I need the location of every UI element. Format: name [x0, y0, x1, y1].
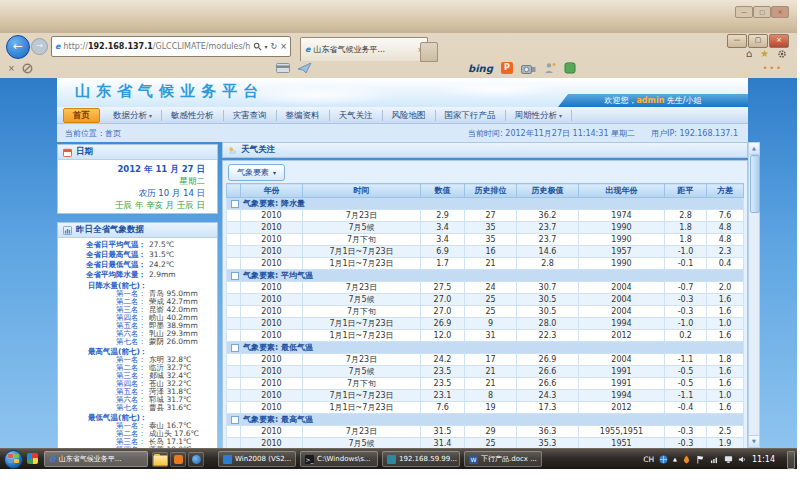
vertical-scrollbar[interactable]: ▲ ▼: [748, 142, 760, 448]
clock[interactable]: 11:14: [752, 455, 775, 464]
group-checkbox[interactable]: [231, 344, 239, 352]
table-cell: -0.5: [665, 378, 707, 390]
current-time: 当前时间: 2012年11月27日 11:14:31 星期二: [468, 128, 635, 139]
table-cell: 2.3: [707, 246, 744, 258]
table-cell: 1991: [579, 378, 665, 390]
bing-badge-icon[interactable]: P: [501, 62, 513, 74]
nav-item[interactable]: 风险地图: [383, 110, 436, 121]
scroll-up-icon[interactable]: ▲: [749, 143, 759, 155]
group-checkbox[interactable]: [231, 272, 239, 280]
page-title: 山东省气候业务平台: [75, 82, 264, 101]
table-cell: 1990: [579, 234, 665, 246]
nav-item[interactable]: 国家下行产品: [436, 110, 506, 121]
ime-sphere-icon[interactable]: [659, 455, 668, 464]
maximize-icon[interactable]: ▢: [753, 6, 771, 18]
window-controls: — ▢ ×: [727, 34, 789, 48]
table-cell: -1.0: [665, 246, 707, 258]
address-bar[interactable]: e http://192.168.137.1/GLCCLIMATE/module…: [51, 36, 291, 57]
chevron-down-icon[interactable]: ▾: [265, 43, 268, 50]
addons-puzzle-icon[interactable]: [564, 62, 576, 74]
table-cell: 3.4: [421, 234, 465, 246]
action-center-flag-icon[interactable]: [696, 455, 705, 464]
taskbar-pin-app[interactable]: [170, 452, 186, 467]
close-icon[interactable]: ×: [769, 34, 789, 48]
maximize-icon[interactable]: ▢: [748, 34, 768, 48]
card-icon[interactable]: [276, 63, 290, 73]
summary-value: 31.5℃: [146, 250, 174, 260]
window-title: 下行产品.docx ...: [481, 454, 537, 464]
overflow-menu-icon[interactable]: •••: [763, 64, 783, 73]
nav-item[interactable]: 天气关注: [330, 110, 383, 121]
table-cell: 2.9: [421, 210, 465, 222]
quick-launch-icon[interactable]: [27, 453, 38, 464]
close-sidebar-icon[interactable]: ×: [8, 64, 15, 73]
taskbar-window-button[interactable]: >_C:\Windows\s...: [300, 451, 378, 467]
table-cell: 23.1: [421, 390, 465, 402]
send-mail-icon[interactable]: [298, 63, 312, 74]
settings-gear-icon[interactable]: [777, 49, 787, 59]
table-cell: 7月下旬: [303, 306, 421, 318]
scrollbar-thumb[interactable]: [750, 155, 760, 213]
tray-expand-icon[interactable]: ▲: [673, 456, 677, 462]
search-icon[interactable]: [253, 42, 262, 51]
table-cell: 2010: [241, 246, 303, 258]
start-button[interactable]: [4, 450, 23, 469]
table-cell: 1990: [579, 222, 665, 234]
speaker-icon[interactable]: [738, 455, 747, 464]
table-cell: -0.5: [665, 366, 707, 378]
chart-icon: [63, 226, 72, 235]
table-row: 20107月下旬23.52126.61991-0.51.6: [227, 378, 744, 390]
new-tab-button[interactable]: [420, 42, 438, 62]
element-select-button[interactable]: 气象要素 ▾: [228, 164, 285, 181]
home-icon[interactable]: ⌂: [746, 48, 752, 59]
app-icon: [174, 455, 183, 464]
nav-item[interactable]: 敏感性分析: [162, 110, 224, 121]
tab-title: 山东省气候业务平...: [313, 44, 414, 55]
table-cell: 12.0: [421, 330, 465, 342]
nav-item[interactable]: 周期性分析▾: [506, 110, 573, 121]
taskbar-pin-explorer[interactable]: [152, 452, 168, 467]
column-header: 年份: [241, 184, 303, 198]
browser-tab[interactable]: e 山东省气候业务平... ×: [300, 37, 428, 61]
favorites-star-icon[interactable]: ★: [760, 48, 769, 59]
taskbar-window-button[interactable]: W下行产品.docx ...: [464, 451, 542, 467]
forward-button[interactable]: →: [31, 38, 48, 55]
nav-item[interactable]: 首页: [63, 108, 100, 123]
column-header: 方差: [707, 184, 744, 198]
back-button[interactable]: ←: [6, 35, 30, 59]
network-icon[interactable]: [710, 455, 719, 464]
minimize-icon[interactable]: —: [727, 34, 747, 48]
table-cell: 2010: [241, 438, 303, 449]
ranking-label[interactable]: 第七名：: [58, 404, 146, 412]
close-icon[interactable]: ×: [771, 6, 789, 18]
flame-icon[interactable]: [682, 455, 691, 464]
taskbar-pin-media[interactable]: [188, 452, 204, 467]
ranking-label[interactable]: 第七名：: [58, 338, 146, 346]
taskbar-window-ie[interactable]: e 山东省气候业务平...: [44, 451, 148, 467]
background-window-titlebar: — ▢ ×: [0, 0, 797, 34]
group-header-row: 气象要素: 降水量: [227, 198, 744, 210]
nav-item[interactable]: 整编资料: [277, 110, 330, 121]
table-cell: 2.8: [517, 258, 579, 270]
bing-logo[interactable]: bing: [468, 63, 493, 74]
refresh-icon[interactable]: ↻: [271, 42, 278, 51]
stop-icon[interactable]: ×: [280, 42, 287, 51]
camera-icon[interactable]: [521, 63, 536, 74]
taskbar-window-button[interactable]: Win2008 (VS2...: [218, 451, 296, 467]
taskbar-window-button[interactable]: 192.168.59.99...: [382, 451, 460, 467]
group-checkbox[interactable]: [231, 416, 239, 424]
nav-item[interactable]: 数据分析▾: [104, 110, 162, 121]
browser-toolbar: × bing P •••: [0, 60, 797, 78]
show-desktop-button[interactable]: [787, 451, 795, 469]
language-indicator[interactable]: CH: [643, 455, 654, 464]
group-checkbox[interactable]: [231, 200, 239, 208]
table-cell: 31: [465, 330, 517, 342]
monitor-icon[interactable]: [724, 455, 733, 464]
scroll-down-icon[interactable]: ▼: [749, 435, 759, 447]
nav-item[interactable]: 灾害查询: [224, 110, 277, 121]
table-cell: 1月1日~7月23日: [303, 330, 421, 342]
weather-rankings: 日降水量(前七)：第一名：青岛 95.0mm第二名：荣成 42.7mm第三名：昆…: [58, 281, 217, 448]
minimize-icon[interactable]: —: [735, 6, 753, 18]
browser-window: ← → e http://192.168.137.1/GLCCLIMATE/mo…: [0, 33, 797, 448]
person-share-icon[interactable]: [544, 62, 556, 74]
